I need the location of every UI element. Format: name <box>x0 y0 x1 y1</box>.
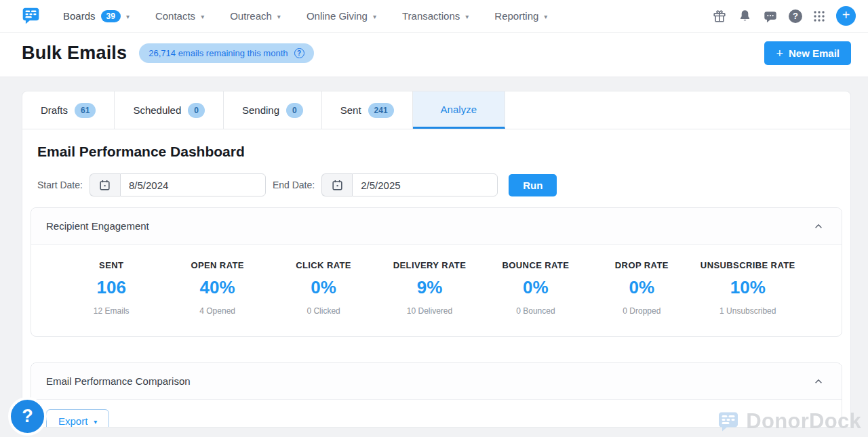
metric-label: CLICK RATE <box>271 260 376 270</box>
engagement-metrics: SENT 106 12 Emails OPEN RATE 40% 4 Opene… <box>31 245 842 336</box>
metric-caption: 0 Clicked <box>271 306 376 316</box>
chevron-up-icon[interactable] <box>810 376 827 387</box>
analyze-content: Email Performance Dashboard Start Date: … <box>22 129 850 428</box>
calendar-icon[interactable] <box>321 173 352 196</box>
nav-item-boards[interactable]: Boards 39 ▾ <box>63 10 130 22</box>
nav-item-outreach[interactable]: Outreach ▾ <box>230 10 281 22</box>
calendar-icon[interactable] <box>90 173 120 196</box>
tab-label: Analyze <box>441 104 477 115</box>
metric-bounce-rate: BOUNCE RATE 0% 0 Bounced <box>483 260 589 316</box>
metric-click-rate: CLICK RATE 0% 0 Clicked <box>271 260 376 316</box>
tab-count-badge: 0 <box>188 103 205 118</box>
chevron-down-icon: ▾ <box>544 13 547 20</box>
new-email-button[interactable]: + New Email <box>764 41 851 65</box>
watermark-text: DonorDock <box>746 409 861 434</box>
chevron-up-icon[interactable] <box>810 221 827 232</box>
donordock-watermark-icon <box>717 411 739 433</box>
metric-value: 40% <box>164 277 270 298</box>
metric-value: 0% <box>483 277 589 298</box>
nav-item-online-giving[interactable]: Online Giving ▾ <box>307 10 376 22</box>
metric-caption: 10 Delivered <box>376 306 482 316</box>
tab-count-badge: 0 <box>286 103 303 118</box>
start-date-group <box>90 173 266 196</box>
metric-drop-rate: DROP RATE 0% 0 Dropped <box>589 260 694 316</box>
end-date-label: End Date: <box>273 180 315 190</box>
panel-title: Recipient Engagement <box>46 220 149 232</box>
metric-unsubscribe-rate: UNSUBSCRIBE RATE 10% 1 Unsubscribed <box>695 260 801 316</box>
metric-caption: 1 Unsubscribed <box>695 306 801 316</box>
nav-item-label: Reporting <box>494 10 538 22</box>
chevron-down-icon: ▾ <box>277 13 281 20</box>
end-date-group <box>321 173 498 196</box>
quota-badge-text: 26,714 emails remaining this month <box>149 48 288 58</box>
metric-label: BOUNCE RATE <box>483 260 589 270</box>
bell-icon[interactable] <box>738 9 752 23</box>
nav-item-label: Outreach <box>230 10 272 22</box>
apps-grid-icon[interactable] <box>813 10 825 22</box>
tab-label: Sending <box>242 104 279 116</box>
export-label: Export <box>58 415 87 427</box>
tab-label: Scheduled <box>133 104 181 116</box>
panel-title: Email Performance Comparison <box>46 375 191 387</box>
nav-item-reporting[interactable]: Reporting ▾ <box>494 10 547 22</box>
tab-drafts[interactable]: Drafts 61 <box>22 91 115 129</box>
metric-label: DELIVERY RATE <box>376 260 482 270</box>
tab-scheduled[interactable]: Scheduled 0 <box>115 91 224 129</box>
tab-sent[interactable]: Sent 241 <box>322 91 413 129</box>
nav-item-label: Online Giving <box>307 10 368 22</box>
metric-caption: 12 Emails <box>58 306 164 316</box>
metric-label: SENT <box>58 260 164 270</box>
recipient-engagement-panel: Recipient Engagement SENT 106 12 Emails … <box>31 207 842 337</box>
metric-delivery-rate: DELIVERY RATE 9% 10 Delivered <box>376 260 482 316</box>
tab-analyze[interactable]: Analyze <box>413 91 505 129</box>
page-header: Bulk Emails 26,714 emails remaining this… <box>0 33 868 77</box>
recipient-engagement-header[interactable]: Recipient Engagement <box>31 208 842 245</box>
boards-count-badge: 39 <box>101 10 121 22</box>
donordock-logo-icon[interactable] <box>22 6 40 26</box>
dashboard-title: Email Performance Dashboard <box>37 144 842 160</box>
metric-value: 106 <box>58 277 164 298</box>
metric-caption: 0 Bounced <box>483 306 589 316</box>
quick-add-button[interactable]: + <box>836 6 856 26</box>
metric-sent: SENT 106 12 Emails <box>58 260 164 316</box>
metric-value: 10% <box>695 277 801 298</box>
tab-sending[interactable]: Sending 0 <box>224 91 322 129</box>
metric-label: UNSUBSCRIBE RATE <box>695 260 801 270</box>
metric-value: 0% <box>589 277 694 298</box>
chevron-down-icon: ▾ <box>126 13 130 20</box>
chevron-down-icon: ▾ <box>373 13 376 20</box>
metric-open-rate: OPEN RATE 40% 4 Opened <box>164 260 270 316</box>
nav-item-label: Transactions <box>402 10 460 22</box>
start-date-label: Start Date: <box>37 180 83 190</box>
new-email-label: New Email <box>789 47 840 59</box>
nav-item-contacts[interactable]: Contacts ▾ <box>155 10 204 22</box>
run-button[interactable]: Run <box>509 174 557 196</box>
nav-utilities: ? + <box>712 6 856 26</box>
tab-label: Sent <box>340 104 361 116</box>
end-date-input[interactable] <box>352 173 498 196</box>
page-title: Bulk Emails <box>22 42 127 64</box>
gift-icon[interactable] <box>712 9 727 24</box>
metric-value: 9% <box>376 277 482 298</box>
date-filter-row: Start Date: End Date: <box>37 173 842 196</box>
metric-value: 0% <box>271 277 376 298</box>
plus-icon: + <box>776 49 783 58</box>
export-button[interactable]: Export ▾ <box>46 409 109 428</box>
donordock-watermark: DonorDock <box>717 409 861 434</box>
quota-badge[interactable]: 26,714 emails remaining this month ? <box>139 43 313 63</box>
help-fab-button[interactable]: ? <box>8 397 47 436</box>
chevron-down-icon: ▾ <box>465 13 469 20</box>
help-icon[interactable]: ? <box>789 9 802 23</box>
nav-item-transactions[interactable]: Transactions ▾ <box>402 10 469 22</box>
metric-caption: 0 Dropped <box>589 306 694 316</box>
start-date-input[interactable] <box>120 173 266 196</box>
metric-label: DROP RATE <box>589 260 694 270</box>
tab-bar: Drafts 61 Scheduled 0 Sending 0 Sent 241… <box>22 91 850 129</box>
performance-comparison-header[interactable]: Email Performance Comparison <box>31 363 842 400</box>
chat-icon[interactable] <box>763 9 778 24</box>
nav-item-label: Boards <box>63 10 96 22</box>
chevron-down-icon: ▾ <box>94 418 97 425</box>
chevron-down-icon: ▾ <box>201 13 204 20</box>
help-circle-icon[interactable]: ? <box>294 48 304 58</box>
main-panel: Drafts 61 Scheduled 0 Sending 0 Sent 241… <box>22 91 851 428</box>
